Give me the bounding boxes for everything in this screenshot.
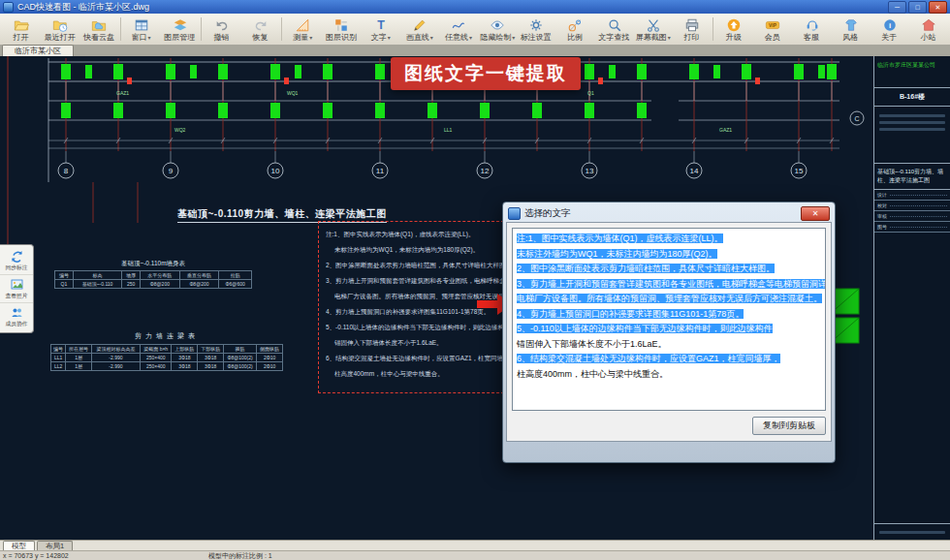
svg-text:10: 10: [271, 167, 280, 175]
dialog-close-button[interactable]: ✕: [801, 206, 830, 221]
dialog-title: 选择的文字: [524, 207, 571, 220]
document-tabstrip: 临沂市某小区: [0, 45, 950, 56]
wall-table: 基础顶~-0.110m墙身表 编号标高 墙厚水平分布筋 垂直分布筋拉筋 Q1基础…: [54, 260, 252, 289]
eye-icon: [490, 17, 505, 33]
svg-text:GAZ1: GAZ1: [116, 90, 129, 96]
close-button[interactable]: ✕: [929, 1, 947, 14]
main-toolbar: 打开 最近打开 快看云盘 窗口▾ 图层管理 撤销 恢复 测量▾ 图层识别 T 文…: [0, 14, 950, 46]
printer-icon: [684, 17, 700, 33]
minimize-button[interactable]: ─: [888, 1, 906, 14]
drawing-titleblock: 临沂市罗庄区某某公司 B-16#楼 基础顶~-0.110剪力墙、墙柱、连梁平法施…: [873, 56, 950, 541]
view-photos-button[interactable]: 查看照片: [0, 274, 33, 302]
extracted-text-area[interactable]: 注:1、图中实线表示为墙体(Q1)，虚线表示连梁(LL)。 未标注外墙均为WQ1…: [512, 228, 826, 411]
svg-text:WQ2: WQ2: [174, 127, 186, 133]
svg-text:GAZ1: GAZ1: [719, 127, 732, 133]
svg-text:15: 15: [795, 167, 804, 175]
toolbar-layer-manage-button[interactable]: 图层管理: [161, 14, 200, 45]
titleblock-project: B-16#楼: [874, 88, 950, 107]
text-line: 3、剪力墙上开洞和预留套管详建筑图和各专业图纸，电梯呼梯盒等电梯预留洞详: [517, 277, 821, 293]
svg-text:T: T: [377, 18, 385, 32]
toolbar-open-button[interactable]: 打开: [2, 14, 41, 45]
toolbar-text-button[interactable]: T 文字▾: [362, 14, 400, 45]
cloud-drive-icon: [91, 17, 107, 33]
text-line: 4、剪力墙上预留洞口的补强要求详图集11G101-1第78页。: [517, 307, 821, 323]
window-controls: ─ □ ✕: [888, 1, 947, 14]
svg-text:i: i: [889, 21, 891, 30]
svg-text:WQ1: WQ1: [287, 90, 299, 96]
document-tab[interactable]: 临沂市某小区: [2, 45, 74, 56]
toolbar-site-button[interactable]: 小站: [909, 14, 948, 45]
toolbar-vip-button[interactable]: VIP 会员: [753, 14, 792, 45]
sync-annotation-button[interactable]: 同步标注: [0, 247, 33, 274]
maximize-button[interactable]: □: [908, 1, 927, 14]
text-line: 注:1、图中实线表示为墙体(Q1)，虚线表示连梁(LL)。: [517, 232, 821, 247]
toolbar-separator: [281, 17, 282, 41]
photo-icon: [11, 278, 23, 291]
toolbar-hide-draw-button[interactable]: 隐藏绘制▾: [478, 14, 517, 45]
undo-icon: [214, 17, 230, 33]
toolbar-about-button[interactable]: i 关于: [871, 14, 909, 45]
toolbar-upgrade-button[interactable]: 升级: [714, 14, 753, 45]
freeline-icon: [451, 17, 466, 33]
toolbar-separator: [201, 17, 202, 41]
text-tool-icon: T: [373, 17, 389, 33]
toolbar-screenshot-button[interactable]: 屏幕截图▾: [634, 14, 673, 45]
svg-text:C: C: [854, 115, 859, 122]
svg-text:VIP: VIP: [769, 23, 777, 28]
copy-to-clipboard-button[interactable]: 复制到剪贴板: [752, 417, 826, 435]
window-title: CAD快速看图 - 临沂市某小区.dwg: [17, 1, 149, 14]
status-bar: x = 70673 y = 142802 模型中的标注比例 : 1: [0, 550, 950, 560]
toolbar-window-button[interactable]: 窗口▾: [122, 14, 161, 45]
text-line: 柱高度400mm，柱中心与梁中线重合。: [517, 367, 821, 383]
dialog-titlebar[interactable]: 选择的文字 ✕: [506, 205, 832, 222]
scale-icon: [567, 17, 583, 33]
open-folder-icon: [14, 17, 29, 33]
measure-ruler-icon: [295, 17, 310, 33]
toolbar-redo-button[interactable]: 恢复: [241, 14, 280, 45]
recent-files-icon: [52, 17, 68, 33]
layers-icon: [173, 17, 188, 33]
layer-detect-icon: [333, 17, 349, 33]
toolbar-cloud-button[interactable]: 快看云盘: [79, 14, 118, 45]
info-icon: i: [882, 17, 898, 33]
toolbar-layer-detect-button[interactable]: 图层识别: [322, 14, 361, 45]
toolbar-freeline-button[interactable]: 任意线▾: [439, 14, 478, 45]
selected-text-dialog: 选择的文字 ✕ 注:1、图中实线表示为墙体(Q1)，虚线表示连梁(LL)。 未标…: [502, 202, 836, 463]
toolbar-measure-button[interactable]: 测量▾: [283, 14, 322, 45]
toolbar-service-button[interactable]: 客服: [792, 14, 831, 45]
collaboration-icon: [11, 306, 23, 319]
titleblock-sign-row: 设计: [874, 190, 950, 201]
vip-badge-icon: VIP: [765, 17, 780, 33]
text-line: 5、-0.110以上墙体的边缘构件当下部无边缘构件时，则此边缘构件: [517, 322, 821, 337]
toolbar-undo-button[interactable]: 撤销: [203, 14, 241, 45]
text-line: 电梯厂方设备图。所有墙体的预留洞、预埋套管应核对无误后方可浇注混凝土。: [517, 292, 821, 307]
svg-text:8: 8: [64, 167, 69, 175]
text-line: 2、图中涂黑断面处表示剪力墙暗柱范围，具体尺寸详暗柱大样图。: [517, 262, 821, 277]
titleblock-footer: [874, 523, 950, 541]
scissors-icon: [646, 17, 661, 33]
titleblock-company: 临沂市罗庄区某某公司: [874, 56, 950, 88]
titleblock-sign-row: 图号: [874, 222, 950, 233]
toolbar-find-text-button[interactable]: 文字查找: [595, 14, 634, 45]
toolbar-annotation-settings-button[interactable]: 标注设置: [517, 14, 555, 45]
toolbar-separator: [712, 17, 713, 41]
titleblock-stamp-area: [874, 107, 950, 164]
titleblock-sign-row: 校对: [874, 201, 950, 211]
svg-text:14: 14: [690, 167, 699, 175]
titleblock-sheet-title: 基础顶~-0.110剪力墙、墙柱、连梁平法施工图: [874, 164, 950, 190]
app-icon: [3, 2, 14, 13]
style-shirt-icon: [843, 17, 859, 33]
toolbar-scale-button[interactable]: 比例: [555, 14, 594, 45]
annotation-scale: 模型中的标注比例 : 1: [208, 551, 272, 560]
toolbar-style-button[interactable]: 风格: [832, 14, 871, 45]
pencil-icon: [412, 17, 428, 33]
member-collab-button[interactable]: 成员协作: [0, 302, 33, 330]
redo-icon: [253, 17, 269, 33]
beam-table: 剪力墙连梁表 编号所在层号 梁顶相对标高高差梁截面 b×h 上部纵筋下部纵筋 箍…: [50, 331, 283, 371]
titleblock-sign-row: 审核: [874, 211, 950, 222]
text-line: 锚固伸入下部墙体长度不小于1.6LaE。: [517, 337, 821, 353]
toolbar-recent-button[interactable]: 最近打开: [41, 14, 79, 45]
toolbar-draw-line-button[interactable]: 画直线▾: [400, 14, 439, 45]
toolbar-print-button[interactable]: 打印: [673, 14, 712, 45]
promo-banner: 图纸文字一键提取: [391, 57, 581, 90]
